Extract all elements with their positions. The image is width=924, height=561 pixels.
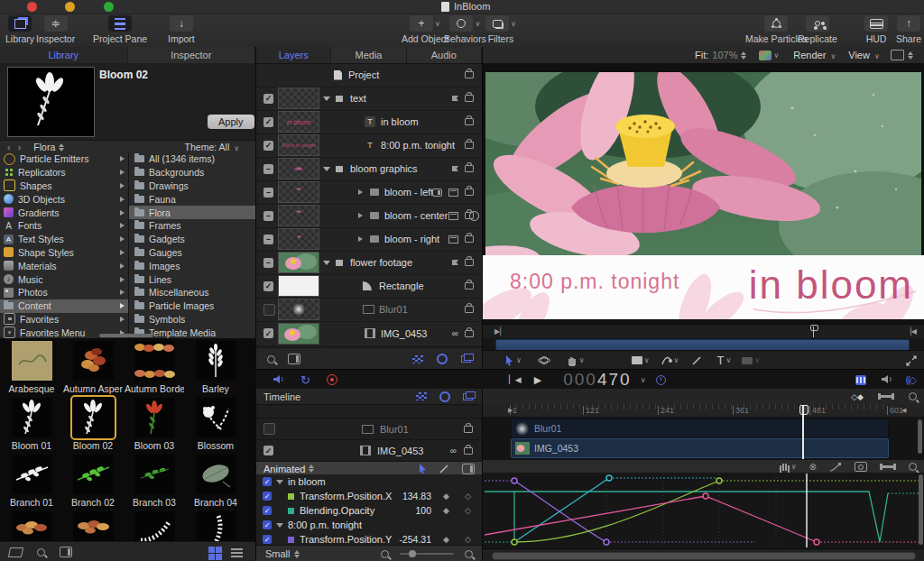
visibility-checkbox[interactable]: ✓ xyxy=(263,281,273,291)
zoom-window-button[interactable] xyxy=(104,2,114,12)
filters-toolbar-button[interactable]: ∨ Filters xyxy=(485,15,516,44)
subcategory-all[interactable]: All (1346 items) xyxy=(129,152,255,166)
kf-zoom-icon[interactable] xyxy=(909,463,917,471)
canvas-mini-timeline[interactable]: ▶▏ ▕◀ xyxy=(483,324,924,339)
layer-row-bloom-left[interactable]: – bloom - left xyxy=(256,180,482,205)
rectangle-tool-icon[interactable] xyxy=(632,356,642,364)
row-size-dropdown[interactable]: Small xyxy=(265,548,291,559)
show-keyframes-icon[interactable] xyxy=(855,375,866,385)
layer-row-blur01[interactable]: Blur01 xyxy=(256,298,482,322)
mini-playhead-handle[interactable] xyxy=(810,325,818,331)
apply-button[interactable]: Apply xyxy=(208,115,254,129)
lock-icon[interactable] xyxy=(465,142,474,149)
subcategory-particle-images[interactable]: Particle Images xyxy=(129,299,255,313)
category-photos[interactable]: Photos xyxy=(0,286,128,299)
lock-icon[interactable] xyxy=(465,330,474,337)
snap-icon[interactable] xyxy=(878,393,894,400)
3d-transform-tool-icon[interactable] xyxy=(538,354,550,366)
thumb-autumn-border[interactable] xyxy=(134,341,175,381)
curve-ramp-icon[interactable] xyxy=(829,463,842,472)
size-stepper[interactable] xyxy=(294,550,300,558)
behaviors-stack-icon[interactable] xyxy=(448,212,458,220)
new-folder-icon[interactable] xyxy=(8,547,23,557)
lock-icon[interactable] xyxy=(465,306,474,313)
subcategory-frames[interactable]: Frames xyxy=(129,219,255,233)
playhead-handle[interactable] xyxy=(799,405,808,415)
show-layers-icon[interactable] xyxy=(461,355,471,363)
project-pane-toolbar-button[interactable]: Project Pane xyxy=(93,15,147,44)
back-chevron-icon[interactable]: ‹ xyxy=(7,142,11,152)
show-shapes-icon[interactable] xyxy=(437,354,448,364)
thumb-branch-02[interactable] xyxy=(73,455,114,494)
subcategory-images[interactable]: Images xyxy=(129,259,255,272)
list-view-icon[interactable] xyxy=(231,548,243,550)
flag-icon[interactable] xyxy=(452,260,458,265)
bezier-tool-icon[interactable] xyxy=(661,354,672,366)
lock-icon[interactable] xyxy=(465,71,474,78)
lock-icon[interactable] xyxy=(464,447,473,455)
record-icon[interactable] xyxy=(327,374,337,385)
horizontal-scrollbar[interactable] xyxy=(99,334,153,337)
visibility-checkbox[interactable]: – xyxy=(263,188,273,198)
subcategory-symbols[interactable]: Symbols xyxy=(129,313,255,326)
category-fonts[interactable]: AFonts xyxy=(0,219,128,233)
animated-stepper[interactable] xyxy=(309,464,314,473)
timeline-row-img0453[interactable]: ✓ IMG_0453 ∞ xyxy=(256,440,482,462)
snapshot-camera-icon[interactable] xyxy=(855,462,867,472)
behaviors-stack-icon[interactable] xyxy=(448,235,458,244)
replicate-toolbar-button[interactable]: Replicate xyxy=(798,15,837,44)
kf-value[interactable]: 134.83 xyxy=(384,491,431,501)
zoom-stepper[interactable] xyxy=(741,51,746,60)
layer-row-img0453[interactable]: ✓ IMG_0453 ∞ xyxy=(256,321,482,346)
stroke-tool-icon[interactable] xyxy=(691,355,702,366)
visibility-checkbox[interactable]: – xyxy=(263,164,273,174)
zoom-slider[interactable] xyxy=(400,553,454,555)
timeline-shapes-icon[interactable] xyxy=(439,391,450,402)
kf-group-800pm[interactable]: ✓ 8:00 p.m. tonight xyxy=(256,518,482,533)
kf-value[interactable]: 100 xyxy=(384,505,431,516)
lock-icon[interactable] xyxy=(465,189,474,196)
waveform-chevron[interactable]: ∨ xyxy=(791,463,797,471)
search-icon[interactable] xyxy=(37,548,45,556)
kf-checkbox[interactable]: ✓ xyxy=(263,477,272,486)
layer-row-bloom-right[interactable]: – bloom - right xyxy=(256,227,482,252)
lock-icon[interactable] xyxy=(465,95,474,102)
tab-library[interactable]: Library xyxy=(0,47,128,63)
timeline-ruler[interactable]: 1 121 241 361 481 601 ▶ ◀ xyxy=(483,404,924,418)
preview-pane-icon[interactable] xyxy=(60,547,72,557)
tracks-vertical-scrollbar[interactable] xyxy=(918,419,922,454)
lock-icon[interactable] xyxy=(465,259,474,266)
nav-stepper[interactable] xyxy=(59,143,64,152)
visibility-checkbox[interactable]: – xyxy=(263,258,273,268)
link-icon[interactable]: ∞ xyxy=(452,328,458,338)
timeline-masks-icon[interactable] xyxy=(416,392,427,400)
share-toolbar-button[interactable]: ↑ Share xyxy=(896,15,921,44)
disclosure-down-icon[interactable] xyxy=(276,480,283,484)
layer-row-rectangle[interactable]: ✓ Rectangle xyxy=(256,274,482,299)
add-object-toolbar-button[interactable]: +∨ Add Object xyxy=(402,15,448,44)
thumb-branch-03[interactable] xyxy=(134,455,175,494)
layer-row-flower-footage[interactable]: – flower footage xyxy=(256,251,482,275)
flag-icon[interactable] xyxy=(452,96,458,101)
kf-box-tool-icon[interactable] xyxy=(462,464,475,474)
out-point-marker[interactable]: ▕◀ xyxy=(906,327,917,336)
zoom-out-icon[interactable] xyxy=(381,550,389,558)
kf-row-opacity[interactable]: ✓ Blending.Opacity 100 ◆ ◇ xyxy=(256,503,482,519)
layer-row-project[interactable]: Project xyxy=(256,63,482,87)
thumb-arabesque[interactable] xyxy=(12,341,52,381)
zoom-in-icon[interactable] xyxy=(465,550,473,558)
motion-blur-icon[interactable]: ⟨⟨◇ xyxy=(905,374,915,386)
bezier-tool-chevron[interactable]: ∨ xyxy=(674,356,679,364)
visibility-checkbox[interactable]: – xyxy=(263,211,273,221)
render-dropdown[interactable]: Render ∨ xyxy=(793,50,836,60)
track-enable-checkbox[interactable]: ✓ xyxy=(263,446,273,455)
category-shapes[interactable]: Shapes xyxy=(0,179,128,193)
subcategory-flora[interactable]: Flora xyxy=(129,206,255,219)
visibility-checkbox[interactable]: – xyxy=(263,235,273,244)
category-text-styles[interactable]: AText Styles xyxy=(0,233,128,246)
audio-enable-icon[interactable] xyxy=(273,374,284,386)
forward-chevron-icon[interactable]: › xyxy=(18,142,22,152)
kf-row-position-x[interactable]: ✓ Transform.Position.X 134.83 ◆ ◇ xyxy=(256,489,482,504)
filter-pane-icon[interactable] xyxy=(288,354,300,364)
visibility-checkbox[interactable]: ✓ xyxy=(263,328,273,338)
